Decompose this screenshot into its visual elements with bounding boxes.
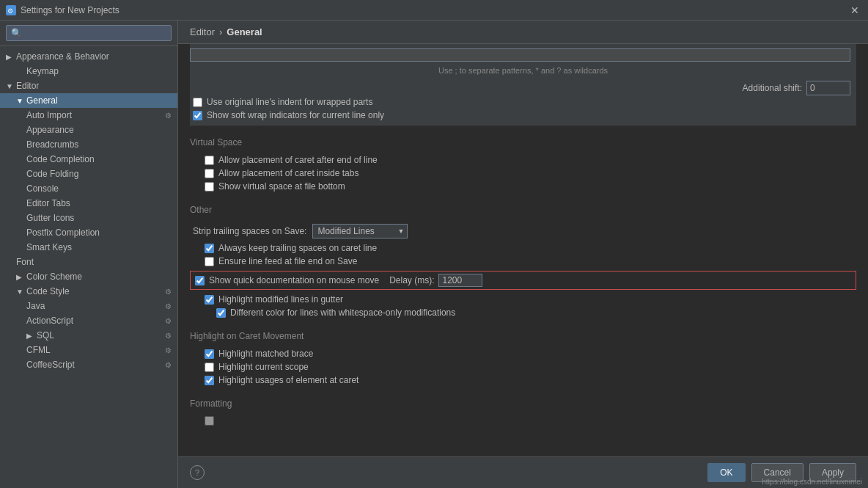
allow-caret-end-label[interactable]: Allow placement of caret after end of li… — [218, 155, 378, 165]
formatting-partial-checkbox[interactable] — [205, 416, 214, 426]
delay-input[interactable] — [438, 274, 482, 287]
sidebar-item-editor[interactable]: ▼ Editor — [0, 79, 177, 93]
show-virtual-space-row: Show virtual space at file bottom — [190, 180, 856, 193]
sidebar-item-label: Breadcrumbs — [26, 139, 78, 150]
always-keep-trailing-label[interactable]: Always keep trailing spaces on caret lin… — [218, 243, 377, 253]
additional-shift-input[interactable] — [806, 81, 850, 95]
sidebar-item-code-folding[interactable]: Code Folding — [0, 167, 177, 181]
arrow-icon: ▼ — [6, 82, 16, 90]
allow-caret-tabs-label[interactable]: Allow placement of caret inside tabs — [218, 168, 358, 178]
strip-trailing-dropdown[interactable]: Modified Lines None All — [312, 224, 408, 238]
show-quick-doc-label[interactable]: Show quick documentation on mouse move — [209, 275, 379, 285]
sidebar-item-sql[interactable]: ▶ SQL ⚙ — [0, 328, 177, 343]
sidebar-item-label: CFML — [26, 345, 51, 355]
sidebar-item-editor-tabs[interactable]: Editor Tabs — [0, 196, 177, 211]
ensure-line-feed-checkbox[interactable] — [205, 257, 214, 266]
help-button[interactable]: ? — [190, 465, 205, 480]
content-area: Editor › General Use ; to separate patte… — [178, 21, 868, 488]
highlight-matched-brace-row: Highlight matched brace — [190, 347, 856, 360]
settings-scroll-area: Use ; to separate patterns, * and ? as w… — [178, 44, 868, 456]
ensure-line-feed-label[interactable]: Ensure line feed at file end on Save — [218, 256, 357, 266]
sidebar-item-breadcrumbs[interactable]: Breadcrumbs — [0, 137, 177, 152]
sidebar-item-java[interactable]: Java ⚙ — [0, 299, 177, 313]
highlight-current-scope-label[interactable]: Highlight current scope — [218, 362, 309, 372]
highlight-matched-brace-label[interactable]: Highlight matched brace — [218, 349, 313, 359]
sidebar-item-label: General — [26, 95, 58, 106]
close-button[interactable]: ✕ — [847, 3, 862, 18]
settings-icon: ⚙ — [165, 288, 172, 296]
title-bar: ⚙ Settings for New Projects ✕ — [0, 0, 868, 21]
sidebar-item-font[interactable]: Font — [0, 255, 177, 269]
sidebar-item-label: CoffeeScript — [26, 360, 75, 370]
highlight-usages-label[interactable]: Highlight usages of element at caret — [218, 375, 358, 385]
app-icon: ⚙ — [6, 5, 16, 15]
different-color-label[interactable]: Different color for lines with whitespac… — [230, 307, 455, 318]
show-soft-wrap-row: Show soft wrap indicators for current li… — [190, 109, 856, 122]
sidebar: ▶ Appearance & Behavior Keymap ▼ Editor … — [0, 21, 178, 488]
show-quick-doc-checkbox[interactable] — [195, 276, 205, 285]
breadcrumb: Editor › General — [178, 21, 868, 44]
different-color-row: Different color for lines with whitespac… — [190, 306, 856, 319]
show-soft-wrap-checkbox[interactable] — [193, 111, 202, 120]
other-title: Other — [190, 205, 856, 215]
highlight-usages-checkbox[interactable] — [205, 376, 214, 385]
sidebar-item-keymap[interactable]: Keymap — [0, 64, 177, 79]
search-input[interactable] — [6, 25, 172, 41]
highlight-current-scope-checkbox[interactable] — [205, 363, 214, 372]
soft-wrap-row-top — [190, 48, 856, 62]
allow-caret-tabs-checkbox[interactable] — [205, 169, 214, 178]
sidebar-item-label: Code Style — [26, 286, 70, 296]
allow-caret-tabs-row: Allow placement of caret inside tabs — [190, 167, 856, 180]
sidebar-item-general[interactable]: ▼ General — [0, 93, 177, 108]
settings-icon: ⚙ — [165, 302, 172, 310]
ok-button[interactable]: OK — [707, 463, 745, 482]
breadcrumb-separator: › — [219, 26, 222, 37]
sidebar-item-appearance-behavior[interactable]: ▶ Appearance & Behavior — [0, 49, 177, 64]
highlight-modified-checkbox[interactable] — [205, 295, 214, 305]
sidebar-item-coffeescript[interactable]: CoffeeScript ⚙ — [0, 357, 177, 372]
sidebar-item-code-completion[interactable]: Code Completion — [0, 152, 177, 167]
sidebar-item-code-style[interactable]: ▼ Code Style ⚙ — [0, 284, 177, 299]
highlight-current-scope-row: Highlight current scope — [190, 360, 856, 374]
sidebar-item-cfml[interactable]: CFML ⚙ — [0, 343, 177, 357]
virtual-space-title: Virtual Space — [190, 137, 856, 148]
settings-icon: ⚙ — [165, 112, 172, 120]
svg-text:⚙: ⚙ — [7, 7, 13, 15]
highlight-modified-label[interactable]: Highlight modified lines in gutter — [218, 294, 343, 305]
highlight-caret-title: Highlight on Caret Movement — [190, 331, 856, 341]
different-color-checkbox[interactable] — [216, 308, 226, 318]
show-virtual-space-label[interactable]: Show virtual space at file bottom — [218, 181, 345, 192]
sidebar-item-console[interactable]: Console — [0, 181, 177, 196]
show-soft-wrap-label[interactable]: Show soft wrap indicators for current li… — [207, 110, 384, 120]
delay-label: Delay (ms): — [389, 275, 434, 285]
arrow-icon: ▶ — [26, 332, 37, 340]
arrow-icon: ▶ — [16, 273, 26, 281]
bottom-bar-left: ? — [190, 465, 205, 480]
main-layout: ▶ Appearance & Behavior Keymap ▼ Editor … — [0, 21, 868, 488]
sidebar-item-gutter-icons[interactable]: Gutter Icons — [0, 211, 177, 225]
allow-caret-end-checkbox[interactable] — [205, 156, 214, 165]
sidebar-item-auto-import[interactable]: Auto Import ⚙ — [0, 108, 177, 123]
sidebar-item-actionscript[interactable]: ActionScript ⚙ — [0, 313, 177, 328]
additional-shift-row: Additional shift: — [190, 81, 856, 95]
breadcrumb-current: General — [227, 26, 262, 37]
sidebar-item-color-scheme[interactable]: ▶ Color Scheme — [0, 269, 177, 284]
arrow-icon: ▼ — [16, 97, 26, 105]
arrow-icon: ▼ — [16, 288, 26, 296]
sidebar-item-appearance[interactable]: Appearance — [0, 123, 177, 137]
sidebar-item-label: Appearance — [26, 125, 74, 135]
sidebar-item-smart-keys[interactable]: Smart Keys — [0, 240, 177, 255]
strip-trailing-dropdown-wrapper: Modified Lines None All — [312, 224, 408, 238]
sidebar-item-label: Editor — [16, 81, 39, 91]
allow-caret-end-row: Allow placement of caret after end of li… — [190, 153, 856, 167]
show-virtual-space-checkbox[interactable] — [205, 182, 214, 192]
use-original-indent-label[interactable]: Use original line's indent for wrapped p… — [207, 97, 372, 107]
always-keep-trailing-checkbox[interactable] — [205, 244, 214, 253]
sidebar-item-label: Console — [26, 183, 59, 194]
use-original-indent-checkbox[interactable] — [193, 98, 202, 107]
sidebar-item-label: Color Scheme — [26, 272, 82, 282]
settings-icon: ⚙ — [165, 346, 172, 354]
highlight-matched-brace-checkbox[interactable] — [205, 349, 214, 359]
sidebar-item-postfix-completion[interactable]: Postfix Completion — [0, 225, 177, 240]
window-title: Settings for New Projects — [21, 5, 119, 15]
